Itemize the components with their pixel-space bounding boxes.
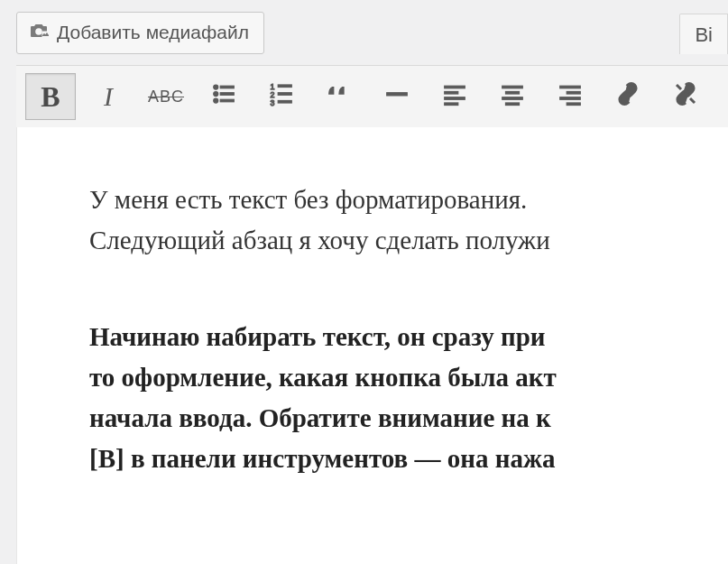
link-button[interactable] bbox=[603, 73, 653, 120]
svg-text:3: 3 bbox=[271, 97, 275, 106]
editor-toolbar: B I ABC 123 bbox=[16, 65, 728, 127]
content-paragraph-bold: Начинаю набирать текст, он сразу при bbox=[89, 317, 728, 357]
align-center-icon bbox=[499, 80, 526, 114]
svg-rect-10 bbox=[278, 85, 291, 88]
add-media-button[interactable]: Добавить медиафайл bbox=[16, 12, 264, 54]
quote-icon bbox=[326, 80, 353, 114]
content-paragraph-bold: [B] в панели инструментов — она нажа bbox=[89, 439, 728, 479]
strikethrough-button[interactable]: ABC bbox=[141, 73, 191, 120]
svg-line-27 bbox=[690, 98, 695, 103]
svg-rect-17 bbox=[445, 103, 458, 106]
svg-rect-13 bbox=[387, 92, 408, 95]
bullet-list-icon bbox=[210, 80, 237, 114]
svg-line-26 bbox=[677, 85, 681, 89]
content-paragraph-bold: то оформление, какая кнопка была акт bbox=[89, 357, 728, 398]
unlink-icon bbox=[672, 80, 699, 114]
align-center-button[interactable] bbox=[487, 73, 538, 120]
svg-point-3 bbox=[214, 98, 218, 103]
ordered-list-icon: 123 bbox=[268, 80, 295, 114]
content-paragraph: Следующий абзац я хочу сделать полужи bbox=[89, 220, 728, 261]
svg-rect-16 bbox=[445, 97, 465, 99]
hr-button[interactable] bbox=[372, 73, 422, 120]
bullet-list-button[interactable] bbox=[198, 73, 249, 120]
svg-rect-4 bbox=[220, 86, 234, 88]
svg-rect-12 bbox=[278, 100, 291, 103]
svg-rect-14 bbox=[445, 86, 465, 88]
paragraph-spacer bbox=[89, 261, 728, 317]
svg-rect-11 bbox=[278, 92, 291, 95]
content-paragraph-bold: начала ввода. Обратите внимание на к bbox=[89, 398, 728, 439]
svg-rect-6 bbox=[220, 99, 234, 102]
svg-rect-5 bbox=[220, 92, 234, 95]
svg-rect-22 bbox=[560, 86, 581, 88]
svg-rect-21 bbox=[506, 103, 520, 106]
camera-icon bbox=[28, 20, 50, 46]
strikethrough-icon: ABC bbox=[148, 88, 184, 106]
align-right-button[interactable] bbox=[545, 73, 595, 120]
align-left-button[interactable] bbox=[429, 73, 480, 120]
svg-rect-18 bbox=[502, 86, 523, 88]
editor-content[interactable]: У меня есть текст без форматирования. Сл… bbox=[16, 127, 728, 564]
align-left-icon bbox=[441, 80, 468, 114]
svg-point-1 bbox=[214, 85, 218, 89]
editor-tabs: Ві bbox=[679, 11, 728, 54]
ordered-list-button[interactable]: 123 bbox=[256, 73, 307, 120]
quote-button[interactable] bbox=[314, 73, 364, 120]
unlink-button[interactable] bbox=[660, 73, 711, 120]
svg-rect-19 bbox=[506, 91, 520, 94]
svg-rect-23 bbox=[567, 91, 580, 94]
tab-visual[interactable]: Ві bbox=[679, 14, 728, 54]
hr-icon bbox=[383, 80, 410, 114]
content-paragraph: У меня есть текст без форматирования. bbox=[89, 180, 728, 220]
add-media-label: Добавить медиафайл bbox=[57, 22, 249, 43]
svg-rect-25 bbox=[567, 103, 580, 106]
italic-button[interactable]: I bbox=[83, 73, 134, 120]
svg-rect-20 bbox=[502, 97, 523, 99]
align-right-icon bbox=[557, 80, 584, 114]
bold-button[interactable]: B bbox=[25, 73, 76, 120]
svg-rect-15 bbox=[445, 91, 458, 94]
svg-point-2 bbox=[214, 91, 218, 96]
svg-rect-24 bbox=[560, 97, 581, 99]
italic-icon: I bbox=[104, 81, 113, 112]
bold-icon: B bbox=[41, 80, 60, 114]
link-icon bbox=[614, 80, 641, 114]
